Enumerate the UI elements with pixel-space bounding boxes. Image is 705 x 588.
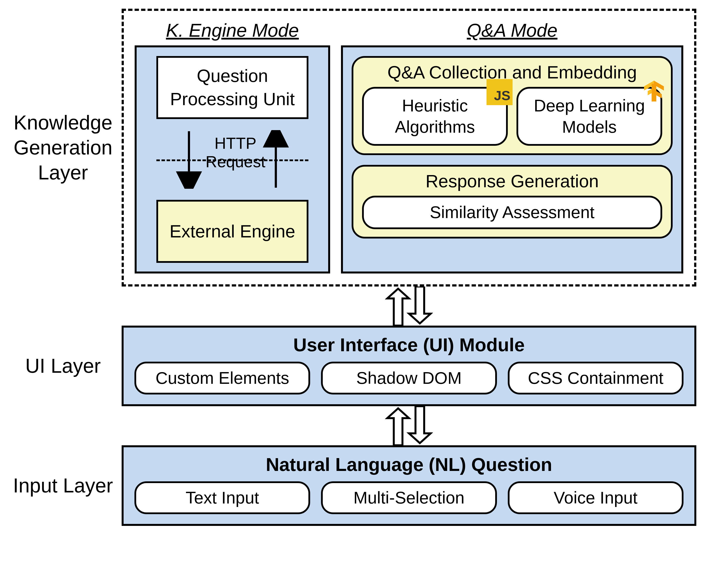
svg-marker-4 (652, 84, 656, 102)
qa-mode-column: Q&A Mode Q&A Collection and Embedding He… (341, 19, 683, 273)
similarity-label: Similarity Assessment (430, 202, 595, 223)
open-bidirectional-arrow-icon (385, 286, 433, 326)
custom-elements-box: Custom Elements (134, 362, 310, 395)
javascript-badge-icon: JS (486, 79, 513, 105)
knowledge-layer-label: Knowledge Generation Layer (9, 110, 122, 185)
similarity-assessment-box: Similarity Assessment (362, 196, 662, 229)
architecture-diagram: Knowledge Generation Layer K. Engine Mod… (9, 9, 696, 526)
deep-learning-label: Deep Learning Models (520, 95, 658, 137)
nl-question-panel: Natural Language (NL) Question Text Inpu… (122, 445, 696, 526)
question-processing-unit-box: Question Processing Unit (156, 56, 309, 119)
k-engine-mode-title: K. Engine Mode (166, 19, 299, 41)
svg-marker-6 (648, 89, 652, 95)
heuristic-algorithms-box: Heuristic Algorithms JS (362, 87, 508, 146)
ui-module-title: User Interface (UI) Module (293, 334, 525, 356)
qa-panel: Q&A Collection and Embedding Heuristic A… (341, 45, 683, 273)
external-engine-box: External Engine (156, 200, 309, 263)
deep-learning-models-box: Deep Learning Models (516, 87, 662, 146)
k-engine-panel: Question Processing Unit HTTP Request (135, 45, 330, 273)
ui-layer-row: UI Layer User Interface (UI) Module Cust… (9, 326, 696, 406)
http-request-connector: HTTP Request (156, 130, 309, 189)
nl-question-title: Natural Language (NL) Question (266, 454, 552, 475)
js-badge-text: JS (494, 87, 510, 104)
open-bidirectional-arrow-icon (385, 406, 433, 445)
response-generation-group: Response Generation Similarity Assessmen… (351, 165, 673, 238)
knowledge-modes-container: K. Engine Mode Question Processing Unit … (122, 9, 696, 286)
knowledge-ui-connector (122, 286, 696, 326)
ui-layer-label: UI Layer (9, 353, 122, 378)
svg-marker-5 (656, 91, 662, 98)
voice-input-box: Voice Input (508, 481, 684, 514)
heuristic-label: Heuristic Algorithms (366, 95, 504, 137)
ui-input-connector (122, 406, 696, 445)
tensorflow-badge-icon (641, 79, 667, 105)
response-generation-title: Response Generation (362, 171, 662, 191)
input-layer-label: Input Layer (9, 473, 122, 498)
ui-module-panel: User Interface (UI) Module Custom Elemen… (122, 326, 696, 406)
k-engine-mode-column: K. Engine Mode Question Processing Unit … (135, 19, 330, 273)
text-input-box: Text Input (134, 481, 310, 514)
css-containment-box: CSS Containment (508, 362, 684, 395)
knowledge-generation-layer-row: Knowledge Generation Layer K. Engine Mod… (9, 9, 696, 286)
multi-selection-box: Multi-Selection (321, 481, 497, 514)
bidirectional-arrow-icon (156, 130, 309, 189)
input-layer-row: Input Layer Natural Language (NL) Questi… (9, 445, 696, 526)
qa-mode-title: Q&A Mode (467, 19, 557, 41)
shadow-dom-box: Shadow DOM (321, 362, 497, 395)
qa-collection-embedding-group: Q&A Collection and Embedding Heuristic A… (351, 56, 673, 155)
